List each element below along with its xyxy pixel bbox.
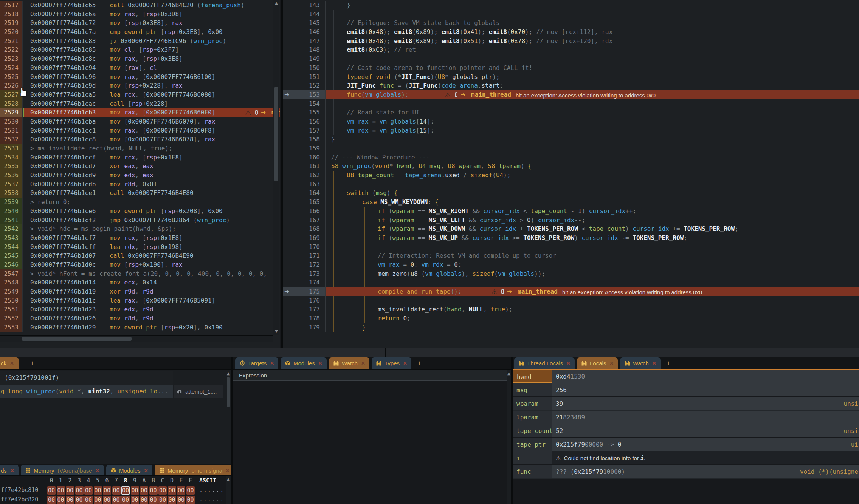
source-row[interactable]: 165case MS_WM_KEYDOWN: { [283,198,859,207]
disasm-row[interactable]: 25380x00007ff7746b1ce1call 0x00007FF7746… [0,189,280,198]
disasm-line-number[interactable]: 2518 [0,10,22,19]
locals-tab-locals[interactable]: Locals✕ [577,357,618,369]
disasm-line-number[interactable]: 2521 [0,37,22,46]
source-row[interactable]: 173mem_zero(u8_(vm_globals), sizeof(vm_g… [283,269,859,278]
disasm-row[interactable]: 2533> ms_invalidate_rect(hwnd, NULL, tru… [0,144,280,153]
disassembly-vscrollbar[interactable]: ▲ ▼ [273,0,279,335]
memory-byte[interactable]: 00 [186,486,195,495]
watch-tab-modules[interactable]: Modules✕ [281,357,327,369]
disasm-row[interactable]: 25460x00007ff7746b1d0cmov [rsp+0x190], r… [0,260,280,269]
source-row[interactable]: 146emit8(0x48); emit8(0x89); emit8(0x41)… [283,28,859,37]
source-line-number[interactable]: 143 [289,1,320,10]
disasm-row[interactable]: 25450x00007ff7746b1d07call 0x00007FF7746… [0,251,280,260]
variable-name[interactable]: hwnd [513,370,552,383]
source-row[interactable]: 169if (wparam == MS_VK_UP && cursor_idx … [283,233,859,243]
disasm-row[interactable]: 25360x00007ff7746b1cd9mov edx, eax [0,171,280,180]
variable-name[interactable]: wparam [513,397,552,410]
memory-byte[interactable]: 00 [140,486,148,495]
memory-byte[interactable]: 00 [149,496,158,504]
source-line-number[interactable]: 156 [289,117,320,126]
close-icon[interactable]: ✕ [652,360,656,366]
source-row[interactable]: 161S8 win_proc(void* hwnd, U4 msg, U8 wp… [283,162,859,171]
source-line-number[interactable]: 159 [289,144,320,153]
disasm-line-number[interactable]: 2540 [0,207,22,216]
disasm-line-number[interactable]: 2519 [0,19,22,28]
source-row[interactable]: 158} [283,135,859,144]
disasm-line-number[interactable]: 2541 [0,216,22,225]
disasm-row[interactable]: 25270x00007ff7746b1ca5lea rcx, [0x00007F… [0,90,280,99]
disasm-line-number[interactable]: 2522 [0,45,22,54]
source-line-number[interactable]: 174 [289,278,320,287]
source-line-number[interactable]: 173 [289,269,320,278]
disasm-line-number[interactable]: 2539 [0,198,22,207]
memory-byte[interactable]: 00 [177,486,185,495]
close-icon[interactable]: ✕ [566,360,571,366]
disasm-line-number[interactable]: 2549 [0,287,22,296]
locals-tab-thread-locals[interactable]: Thread Locals✕ [514,357,575,369]
memory-byte[interactable]: 00 [75,486,84,495]
memory-byte[interactable]: 00 [66,486,74,495]
variable-value[interactable]: 256 [552,383,859,396]
disasm-row[interactable]: 25340x00007ff7746b1ccfmov rcx, [rsp+0x1E… [0,153,280,162]
callstack-panel[interactable]: ck✕+(0x215f791001f)g long win_proc(void … [0,357,231,464]
variable-value[interactable]: 21823489 [552,411,859,424]
source-line-number[interactable]: 170 [289,243,320,252]
source-row[interactable]: 144 [283,10,859,19]
disasm-line-number[interactable]: 2552 [0,314,22,323]
disasm-row[interactable]: 25350x00007ff7746b1cd7xor eax, eax [0,162,280,171]
memory-byte[interactable]: 00 [57,486,65,495]
close-icon[interactable]: ✕ [226,468,230,473]
variable-value[interactable]: 52 [552,424,859,437]
source-row[interactable]: 168if (wparam == MS_VK_DOWN && cursor_id… [283,224,859,233]
memory-byte[interactable]: 00 [94,496,102,504]
scroll-thumb[interactable] [227,377,230,407]
disasm-line-number[interactable]: 2545 [0,251,22,260]
callstack-add-tab-button[interactable]: + [30,357,34,369]
disasm-row[interactable]: 25220x00007ff7746b1c85mov cl, [rsp+0x3F7… [0,45,280,54]
locals-row-func[interactable]: func??? (0x215f7910000)void (*)(unsigne [513,465,859,479]
source-line-number[interactable]: 151 [289,73,320,82]
source-row[interactable]: 170 [283,243,859,252]
source-row[interactable]: 160// --- Window Procedure --- [283,153,859,162]
source-line-number[interactable]: 179 [289,323,320,332]
disasm-line-number[interactable]: 2524 [0,63,22,73]
source-code-panel[interactable]: 143}144145// Epilogue: Save VM state bac… [281,0,859,348]
callstack-row[interactable]: (0x215f791001f) [0,371,173,385]
disasm-row[interactable]: 25190x00007ff7746b1c72mov [rsp+0x3E8], r… [0,19,280,28]
memory-byte[interactable]: 00 [84,496,93,504]
close-icon[interactable]: ✕ [96,468,100,473]
disasm-row[interactable]: 2539> return 0; [0,198,280,207]
source-row[interactable]: 152JIT_Func func = (JIT_Func)code_arena.… [283,81,859,90]
source-row[interactable]: 163 [283,180,859,189]
memory-byte[interactable]: 00 [121,496,130,504]
source-line-number[interactable]: 145 [289,19,320,28]
variable-value[interactable]: 0xd41530 [552,370,859,383]
scroll-thumb[interactable] [274,87,278,181]
source-line-number[interactable]: 167 [289,216,320,225]
source-row[interactable]: 178return 0; [283,314,859,323]
memory-panel[interactable]: ds✕Memory(VArena)base✕Modules✕Memorypmem… [0,464,231,504]
scroll-up-icon[interactable]: ▲ [226,477,231,482]
locals-row-hwnd[interactable]: hwnd0xd41530 [513,370,859,383]
watch-tab-targets[interactable]: Targets✕ [235,357,278,369]
disassembly-panel[interactable]: 25170x00007ff7746b1c65call 0x00007FF7746… [0,0,280,348]
source-row[interactable]: 172vm_rax = 0; vm_rdx = 0; [283,260,859,269]
memory-byte[interactable]: 00 [112,496,121,504]
memory-byte[interactable]: 00 [47,486,56,495]
memory-tab-modules[interactable]: Modules✕ [106,465,152,476]
disasm-row[interactable]: 25520x00007ff7746b1d26mov r8d, r9d [0,314,280,323]
source-line-number[interactable]: 146 [289,28,320,37]
locals-panel[interactable]: Thread Locals✕Locals✕Watch✕+hwnd0xd41530… [513,357,859,504]
source-row[interactable]: 157vm_rdx = vm_globals[15]; [283,126,859,135]
callstack-row[interactable]: g long win_proc(void *, uint32, unsigned… [0,385,173,398]
source-row[interactable]: 177ms_invalidate_rect(hwnd, NULL, true); [283,305,859,314]
source-row[interactable]: 171// Interaction: Reset VM and compile … [283,251,859,260]
disasm-line-number[interactable]: 2530 [0,117,22,126]
variable-name[interactable]: lparam [513,411,552,424]
close-icon[interactable]: ✕ [270,360,274,366]
disasm-row[interactable]: 25170x00007ff7746b1c65call 0x00007FF7746… [0,1,280,10]
disasm-row[interactable]: 25240x00007ff7746b1c94mov [rax], cl [0,63,280,73]
memory-byte[interactable]: 00 [168,486,176,495]
disasm-row[interactable]: 25200x00007ff7746b1c7acmp qword ptr [rsp… [0,28,280,37]
locals-row-tape_ptr[interactable]: tape_ptr0x215f7900000 -> 0ui [513,438,859,451]
